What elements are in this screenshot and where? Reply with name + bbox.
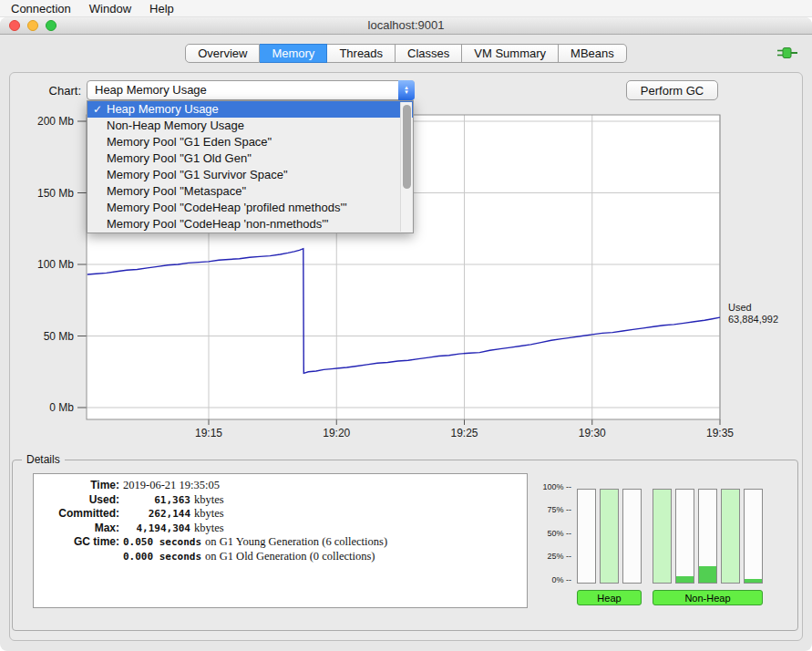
dropdown-item-label: Memory Pool "CodeHeap 'profiled nmethods… [107,201,347,214]
menu-window[interactable]: Window [80,2,140,16]
tab-classes[interactable]: Classes [396,44,462,63]
dropdown-item-label: Memory Pool "G1 Survivor Space" [107,168,288,181]
percent-tick-label: 25% -- [547,552,571,561]
memory-panel: Chart: Heap Memory Usage ▲ ▼ Perform GC … [9,72,803,641]
app-window: localhost:9001 Overview Memory Threads C… [0,17,812,651]
title-bar[interactable]: localhost:9001 [0,17,812,35]
tab-mbeans[interactable]: MBeans [559,44,627,63]
details-section: Details Time:2019-06-21 19:35:05 Used:61… [12,460,798,631]
scrollbar-thumb[interactable] [403,105,411,189]
dropdown-item-label: Non-Heap Memory Usage [107,119,244,132]
tab-vm-summary[interactable]: VM Summary [462,44,559,63]
percent-tick-label: 75% -- [547,505,571,514]
details-row-time: Time:2019-06-21 19:35:05 [41,479,519,493]
svg-text:63,884,992: 63,884,992 [728,314,778,325]
dropdown-item-label: Heap Memory Usage [107,102,219,116]
dropdown-item[interactable]: Non-Heap Memory Usage [87,118,413,134]
percent-tick-label: 50% -- [547,529,571,538]
pool-buttons: Heap Non-Heap [577,590,763,605]
dropdown-item-label: Memory Pool "CodeHeap 'non-nmethods'" [107,217,328,231]
dropdown-item[interactable]: ✓Heap Memory Usage [87,101,413,118]
pool-bar [675,489,694,584]
dropdown-item-label: Memory Pool "G1 Eden Space" [107,135,272,149]
pool-bar [577,489,596,584]
menu-bar: Connection Window Help [0,0,812,17]
minimize-button[interactable] [27,20,38,31]
svg-text:19:30: 19:30 [579,427,606,439]
dropdown-item[interactable]: Memory Pool "CodeHeap 'profiled nmethods… [87,200,413,216]
details-row-gc-young: GC time:0.050 secondson G1 Young Generat… [41,535,519,550]
tab-overview[interactable]: Overview [185,44,260,63]
details-row-max: Max:4,194,304kbytes [41,522,519,536]
pool-bar [698,489,717,584]
menu-connection[interactable]: Connection [2,2,80,16]
chart-select-value: Heap Memory Usage [95,81,207,99]
percent-axis: 100% -- 75% -- 50% -- 25% -- 0% -- [540,486,571,583]
pool-bar [653,489,672,584]
pool-bar [622,489,642,584]
nonheap-button[interactable]: Non-Heap [653,590,763,605]
memory-pool-bars: 100% -- 75% -- 50% -- 25% -- 0% -- [540,486,763,584]
details-box: Time:2019-06-21 19:35:05 Used:61,363kbyt… [33,473,528,608]
tab-threads[interactable]: Threads [327,44,396,63]
nonheap-bar-group [653,489,763,584]
dropdown-item-label: Memory Pool "G1 Old Gen" [107,151,252,165]
pool-bar [721,489,740,584]
details-legend: Details [22,453,65,466]
dropdown-item[interactable]: Memory Pool "G1 Eden Space" [87,134,413,150]
dropdown-scrollbar[interactable] [400,102,412,232]
svg-text:50 Mb: 50 Mb [44,330,75,343]
percent-tick-label: 100% -- [542,482,571,491]
tab-bar: Overview Memory Threads Classes VM Summa… [0,35,812,70]
down-arrow-icon: ▼ [404,90,409,95]
svg-text:19:15: 19:15 [195,427,222,439]
details-row-committed: Committed:262,144kbytes [41,507,519,522]
svg-text:150 Mb: 150 Mb [37,187,74,200]
dropdown-item-label: Memory Pool "Metaspace" [107,184,246,198]
svg-text:19:25: 19:25 [450,427,478,439]
svg-text:Used: Used [728,302,752,313]
heap-bar-group [577,489,642,584]
heap-button[interactable]: Heap [577,590,642,605]
perform-gc-button[interactable]: Perform GC [626,80,718,100]
tab-memory[interactable]: Memory [260,44,327,63]
details-row-gc-old: 0.000 secondson G1 Old Generation (0 col… [41,550,519,564]
dropdown-item[interactable]: Memory Pool "G1 Old Gen" [87,150,413,167]
check-icon: ✓ [93,101,107,118]
menu-help[interactable]: Help [140,2,183,16]
chart-select[interactable]: Heap Memory Usage ▲ ▼ [87,80,415,100]
svg-text:200 Mb: 200 Mb [37,115,74,128]
percent-tick-label: 0% -- [551,575,571,584]
pool-bar [744,489,763,584]
pool-bar [600,489,619,584]
traffic-lights [9,20,57,31]
close-button[interactable] [9,20,20,31]
svg-text:19:35: 19:35 [706,427,734,439]
zoom-button[interactable] [46,20,57,31]
svg-text:0 Mb: 0 Mb [49,401,74,414]
combo-arrows-icon: ▲ ▼ [398,80,415,100]
dropdown-item[interactable]: Memory Pool "Metaspace" [87,183,413,200]
details-row-used: Used:61,363kbytes [41,493,519,508]
svg-text:19:20: 19:20 [323,427,350,439]
window-title: localhost:9001 [0,17,812,34]
dropdown-item[interactable]: Memory Pool "CodeHeap 'non-nmethods'" [87,216,413,232]
bar-groups [577,489,763,584]
chart-dropdown-menu: ✓Heap Memory Usage Non-Heap Memory Usage… [87,100,414,233]
dropdown-item[interactable]: Memory Pool "G1 Survivor Space" [87,167,413,183]
chart-label: Chart: [30,84,81,98]
connection-status-icon [777,46,797,63]
svg-text:100 Mb: 100 Mb [37,258,74,271]
